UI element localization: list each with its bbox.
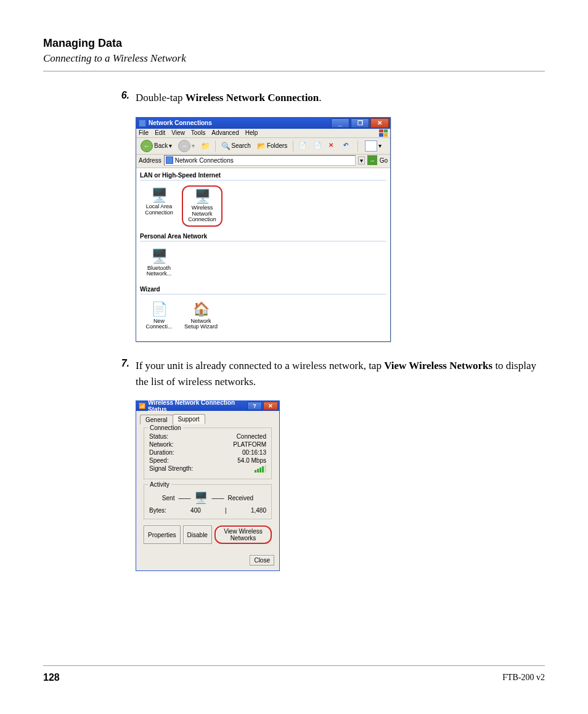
delete-button[interactable]: ✕ <box>327 141 339 151</box>
disable-button[interactable]: Disable <box>183 525 212 544</box>
copy-to-button[interactable]: 📄 <box>312 141 324 151</box>
computers-activity-icon: 🖥️ <box>194 491 208 505</box>
search-button[interactable]: 🔍 Search <box>219 141 253 151</box>
copy-to-icon: 📄 <box>314 142 322 150</box>
address-value: Network Connections <box>175 157 234 164</box>
address-bar: Address Network Connections ▾ → Go <box>136 155 390 168</box>
menu-view[interactable]: View <box>171 129 185 136</box>
undo-arrow-icon: ↶ <box>343 142 352 150</box>
minimize-button[interactable]: _ <box>331 118 349 128</box>
new-connection-label: New Connecti... <box>145 318 172 330</box>
toolbar-separator-3 <box>357 140 358 152</box>
maximize-button[interactable]: ❐ <box>351 118 369 128</box>
menu-edit[interactable]: Edit <box>155 129 165 136</box>
dialog-title: Wireless Network Connection Status <box>148 399 247 413</box>
folders-icon: 📂 <box>257 142 266 150</box>
model-label: FTB-200 v2 <box>502 673 545 683</box>
view-wireless-networks-button[interactable]: View Wireless Networks <box>214 525 272 544</box>
menu-file[interactable]: File <box>139 129 149 136</box>
folders-button[interactable]: 📂 Folders <box>255 141 289 151</box>
wireless-network-connection-item[interactable]: 🖥️ Wireless Network Connection <box>182 185 223 227</box>
dialog-close-button[interactable]: ✕ <box>263 402 278 410</box>
up-button[interactable]: 📁 <box>199 141 211 151</box>
go-label: Go <box>380 157 388 164</box>
address-field[interactable]: Network Connections <box>164 155 356 166</box>
properties-button[interactable]: Properties <box>144 525 181 544</box>
connection-group: Connection Status:Connected Network:PLAT… <box>144 428 272 479</box>
address-icon <box>166 156 173 164</box>
menu-tools[interactable]: Tools <box>191 129 205 136</box>
network-connections-window: Network Connections _ ❐ ✕ File Edit View… <box>136 117 391 343</box>
network-icon <box>139 120 146 127</box>
status-label: Status: <box>149 433 168 440</box>
help-button[interactable]: ? <box>247 402 262 410</box>
back-arrow-icon: ← <box>141 140 153 152</box>
folders-label: Folders <box>267 142 287 149</box>
views-button[interactable]: ▾ <box>362 140 383 152</box>
received-label: Received <box>227 495 253 501</box>
wireless-signal-icon: 📶 <box>139 403 145 409</box>
dialog-titlebar[interactable]: 📶 Wireless Network Connection Status ? ✕ <box>136 401 279 411</box>
network-value: PLATFORM <box>233 441 266 448</box>
category-pan: Personal Area Network <box>140 230 386 241</box>
step-number-6: 6. <box>111 90 136 106</box>
signal-label: Signal Strength: <box>149 465 193 473</box>
tab-general[interactable]: General <box>140 415 173 424</box>
status-value: Connected <box>237 433 266 440</box>
step-number-7: 7. <box>111 358 136 389</box>
address-dropdown[interactable]: ▾ <box>358 156 365 164</box>
content-pane: LAN or High-Speed Internet 🖥️ Local Area… <box>136 168 390 342</box>
step-text-7: If your unit is already connected to a w… <box>136 358 545 389</box>
forward-button[interactable]: → ▾ <box>176 139 197 153</box>
move-to-button[interactable]: 📄 <box>297 141 309 151</box>
views-icon <box>365 140 377 152</box>
close-button-row: Close <box>136 555 279 570</box>
close-dialog-button[interactable]: Close <box>250 555 274 566</box>
search-label: Search <box>231 142 251 149</box>
signal-strength-icon <box>255 465 266 473</box>
activity-dash-left: —— <box>178 495 190 501</box>
undo-button[interactable]: ↶ <box>341 141 354 151</box>
chapter-title: Managing Data <box>43 37 545 50</box>
bluetooth-network-item[interactable]: 🖥️ Bluetooth Network... <box>140 246 178 280</box>
go-button[interactable]: → <box>367 155 377 165</box>
bt-label: Bluetooth Network... <box>147 265 172 277</box>
bytes-separator: | <box>225 507 227 514</box>
new-connection-icon: 📄 <box>141 302 177 317</box>
step-text-6: Double-tap Wireless Network Connection. <box>136 90 322 106</box>
bluetooth-icon: 🖥️ <box>141 249 177 264</box>
toolbar: ← Back ▾ → ▾ 📁 🔍 Search 📂 Folders 📄 <box>136 138 390 155</box>
activity-legend: Activity <box>148 481 171 488</box>
lan-label: Local Area Connection <box>145 203 173 216</box>
sent-label: Sent <box>162 495 175 501</box>
delete-x-icon: ✕ <box>329 142 337 150</box>
wlan-label: Wireless Network Connection <box>188 205 216 223</box>
network-setup-label: Network Setup Wizard <box>184 318 218 330</box>
menu-help[interactable]: Help <box>245 129 258 136</box>
lan-icon: 🖥️ <box>141 188 177 203</box>
category-wizard: Wizard <box>140 283 386 294</box>
close-button[interactable]: ✕ <box>370 118 389 128</box>
activity-dash-right: —— <box>211 495 224 501</box>
wlan-icon: 🖥️ <box>184 189 220 204</box>
menu-bar: File Edit View Tools Advanced Help <box>136 129 390 138</box>
menu-advanced[interactable]: Advanced <box>211 129 239 136</box>
back-label: Back <box>154 142 168 149</box>
local-area-connection-item[interactable]: 🖥️ Local Area Connection <box>140 185 178 227</box>
step7-bold: View Wireless Networks <box>384 360 492 371</box>
toolbar-separator-2 <box>293 140 293 152</box>
window-titlebar[interactable]: Network Connections _ ❐ ✕ <box>136 118 390 129</box>
connection-legend: Connection <box>148 424 183 431</box>
network-label: Network: <box>149 441 173 448</box>
new-connection-wizard-item[interactable]: 📄 New Connecti... <box>140 299 178 333</box>
header-rule <box>43 71 545 71</box>
toolbar-separator <box>215 140 216 152</box>
windows-flag-icon <box>379 129 388 137</box>
page-number: 128 <box>43 672 60 683</box>
network-setup-wizard-item[interactable]: 🏠 Network Setup Wizard <box>182 299 220 333</box>
folder-up-icon: 📁 <box>201 142 210 150</box>
tab-support[interactable]: Support <box>173 414 205 424</box>
section-title: Connecting to a Wireless Network <box>43 52 545 65</box>
tab-body: Connection Status:Connected Network:PLAT… <box>140 424 276 551</box>
back-button[interactable]: ← Back ▾ <box>139 139 174 153</box>
